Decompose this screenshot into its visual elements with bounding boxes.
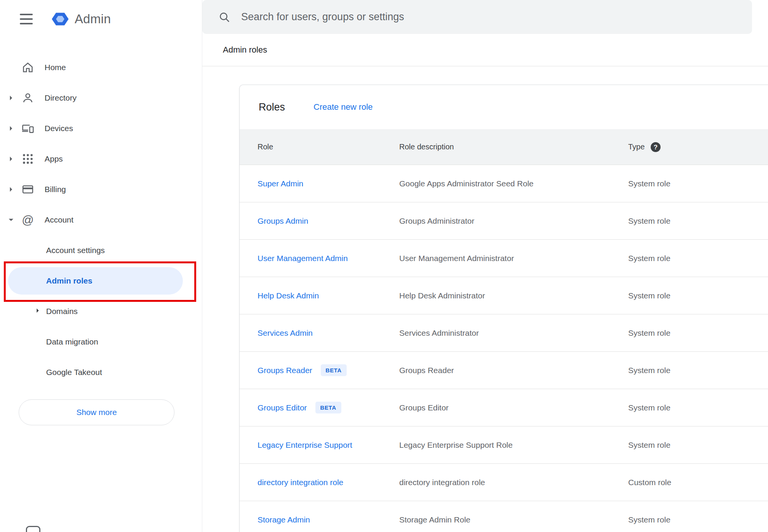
search-bar[interactable]	[202, 0, 752, 34]
roles-card-header: Roles Create new role	[240, 85, 768, 129]
role-description: Help Desk Administrator	[399, 291, 628, 300]
table-row[interactable]: Groups Reader BETA Groups Reader System …	[240, 351, 768, 389]
search-icon	[218, 11, 230, 23]
role-description: Google Apps Administrator Seed Role	[399, 179, 628, 188]
apps-grid-icon	[21, 152, 35, 166]
sidebar-item-label: Domains	[46, 307, 78, 316]
table-header-row: Role Role description Type ?	[240, 129, 768, 165]
role-link[interactable]: Groups Admin	[258, 216, 308, 226]
role-link[interactable]: Groups Reader	[258, 366, 312, 375]
beta-badge: BETA	[315, 402, 341, 413]
table-row[interactable]: Groups Admin Groups Administrator System…	[240, 202, 768, 239]
role-type: System role	[628, 179, 768, 188]
home-icon	[21, 61, 35, 74]
breadcrumb-bar: Admin roles	[202, 34, 768, 66]
table-row[interactable]: directory integration role directory int…	[240, 463, 768, 501]
hamburger-menu-icon[interactable]	[20, 14, 34, 24]
role-description: Services Administrator	[399, 328, 628, 338]
sidebar-item-domains[interactable]: Domains	[0, 296, 202, 327]
table-row[interactable]: Legacy Enterprise Support Legacy Enterpr…	[240, 426, 768, 463]
sidebar-item-account-settings[interactable]: Account settings	[0, 235, 202, 266]
column-header-description: Role description	[399, 143, 628, 151]
roles-card: Roles Create new role Role Role descript…	[239, 85, 768, 532]
role-link[interactable]: Services Admin	[258, 328, 313, 338]
sidebar-item-google-takeout[interactable]: Google Takeout	[0, 357, 202, 388]
sidebar-item-apps[interactable]: Apps	[0, 144, 202, 174]
table-row[interactable]: User Management Admin User Management Ad…	[240, 239, 768, 277]
role-description: Groups Administrator	[399, 216, 628, 226]
app-title: Admin	[75, 12, 111, 26]
table-row[interactable]: Super Admin Google Apps Administrator Se…	[240, 165, 768, 202]
beta-badge: BETA	[321, 364, 347, 376]
sidebar-item-label: Billing	[45, 185, 66, 194]
sidebar-item-label: Account settings	[46, 246, 105, 255]
role-link[interactable]: directory integration role	[258, 478, 343, 487]
admin-hexagon-icon	[52, 11, 69, 27]
sidebar-item-admin-roles[interactable]: Admin roles	[0, 266, 202, 296]
role-type: System role	[628, 216, 768, 226]
sidebar: Admin Home	[0, 0, 202, 532]
table-row[interactable]: Help Desk Admin Help Desk Administrator …	[240, 277, 768, 314]
sidebar-nav: Home Directory	[0, 52, 202, 425]
devices-icon	[21, 122, 35, 135]
chevron-right-icon[interactable]	[5, 154, 17, 163]
admin-logo: Admin	[52, 11, 111, 27]
table-row[interactable]: Groups Editor BETA Groups Editor System …	[240, 389, 768, 426]
sidebar-item-home[interactable]: Home	[0, 52, 202, 83]
table-row[interactable]: Storage Admin Storage Admin Role System …	[240, 501, 768, 532]
column-header-role: Role	[258, 143, 399, 151]
role-type: System role	[628, 291, 768, 300]
sidebar-item-label: Apps	[45, 154, 63, 163]
chevron-right-icon[interactable]	[5, 93, 17, 103]
role-link[interactable]: User Management Admin	[258, 254, 348, 263]
role-link[interactable]: Storage Admin	[258, 515, 310, 524]
sidebar-item-directory[interactable]: Directory	[0, 83, 202, 113]
person-icon	[21, 91, 35, 105]
role-description: User Management Administrator	[399, 254, 628, 263]
role-description: Legacy Enterprise Support Role	[399, 441, 628, 450]
role-description: directory integration role	[399, 478, 628, 487]
role-type: System role	[628, 328, 768, 338]
show-more-button[interactable]: Show more	[19, 399, 174, 425]
sidebar-item-label: Data migration	[46, 337, 98, 346]
role-link[interactable]: Legacy Enterprise Support	[258, 441, 352, 450]
search-input[interactable]	[241, 11, 752, 23]
role-description: Groups Editor	[399, 403, 628, 412]
role-type: Custom role	[628, 478, 768, 487]
help-icon[interactable]: ?	[650, 141, 661, 153]
sidebar-item-account[interactable]: @ Account	[0, 205, 202, 235]
table-row[interactable]: Services Admin Services Administrator Sy…	[240, 314, 768, 351]
sidebar-item-label: Directory	[45, 93, 77, 103]
card-title: Roles	[259, 101, 285, 113]
sidebar-item-label: Admin roles	[46, 276, 92, 285]
role-type: System role	[628, 366, 768, 375]
chevron-right-icon[interactable]	[34, 306, 42, 316]
main-content: Admin roles Roles Create new role Role R…	[202, 0, 768, 532]
role-link[interactable]: Groups Editor	[258, 403, 307, 412]
create-new-role-link[interactable]: Create new role	[314, 102, 373, 112]
role-type: System role	[628, 515, 768, 524]
sidebar-item-devices[interactable]: Devices	[0, 113, 202, 144]
sidebar-item-label: Google Takeout	[46, 368, 102, 377]
breadcrumb: Admin roles	[223, 45, 267, 55]
role-description: Groups Reader	[399, 366, 628, 375]
at-sign-icon: @	[21, 213, 35, 227]
chevron-right-icon[interactable]	[5, 124, 17, 133]
admin-console: Admin Home	[0, 0, 768, 532]
sidebar-item-label: Devices	[45, 124, 73, 133]
active-item-highlight	[8, 267, 183, 295]
sidebar-header: Admin	[0, 0, 202, 38]
column-header-type: Type ?	[628, 141, 768, 153]
sidebar-item-data-migration[interactable]: Data migration	[0, 327, 202, 357]
role-description: Storage Admin Role	[399, 515, 628, 524]
billing-card-icon	[21, 183, 35, 196]
role-link[interactable]: Help Desk Admin	[258, 291, 319, 300]
sidebar-item-label: Home	[45, 63, 66, 72]
svg-text:?: ?	[654, 144, 658, 151]
sidebar-item-billing[interactable]: Billing	[0, 174, 202, 205]
chevron-down-icon[interactable]	[5, 215, 17, 224]
role-link[interactable]: Super Admin	[258, 179, 303, 188]
role-type: System role	[628, 441, 768, 450]
chevron-right-icon[interactable]	[5, 185, 17, 194]
role-type: System role	[628, 403, 768, 412]
